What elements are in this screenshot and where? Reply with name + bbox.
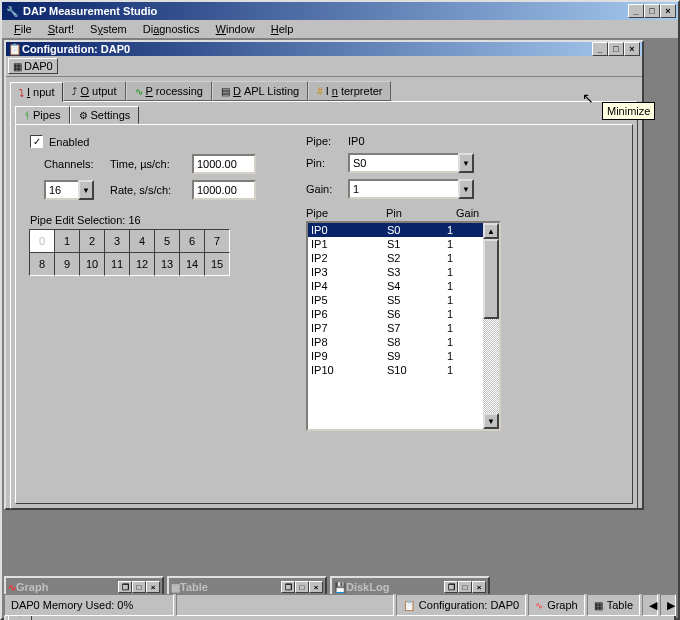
tab-dapl-listing[interactable]: ▤ DAPL Listing	[212, 81, 308, 101]
grid-cell-6[interactable]: 6	[179, 229, 205, 253]
status-table-label: Table	[607, 599, 633, 611]
app-icon: 🔧	[4, 3, 20, 19]
status-table-cell[interactable]: ▦ Table	[587, 594, 640, 616]
disklog-restore-button[interactable]: ❐	[444, 581, 458, 593]
menu-system[interactable]: System	[82, 21, 135, 37]
status-config-cell[interactable]: 📋 Configuration: DAP0	[396, 594, 526, 616]
graph-max-button[interactable]: □	[132, 581, 146, 593]
grid-cell-5[interactable]: 5	[154, 229, 180, 253]
enabled-checkbox[interactable]: ✓	[30, 135, 43, 148]
table-status-icon: ▦	[594, 600, 603, 611]
pipe-scrollbar[interactable]: ▲ ▼	[483, 223, 499, 429]
config-maximize-button[interactable]: □	[608, 42, 624, 56]
disklog-max-button[interactable]: □	[458, 581, 472, 593]
pipe-row-IP6[interactable]: IP6S61	[308, 307, 483, 321]
pipe-row-IP4[interactable]: IP4S41	[308, 279, 483, 293]
grid-cell-7[interactable]: 7	[204, 229, 230, 253]
config-title: Configuration: DAP0	[22, 43, 592, 55]
pipe-row-IP1[interactable]: IP1S11	[308, 237, 483, 251]
tab-processing[interactable]: ∿ Processing	[126, 81, 212, 101]
main-maximize-button[interactable]: □	[644, 4, 660, 18]
tab-output[interactable]: ⤴ Output	[63, 81, 125, 101]
grid-cell-8[interactable]: 8	[29, 252, 55, 276]
menu-window[interactable]: Window	[208, 21, 263, 37]
pipe-row-IP2[interactable]: IP2S21	[308, 251, 483, 265]
scroll-track[interactable]	[483, 239, 499, 413]
processing-icon: ∿	[135, 86, 143, 97]
subtab-pipes[interactable]: ᛩ Pipes	[15, 106, 70, 124]
main-close-button[interactable]: ×	[660, 4, 676, 18]
main-minimize-button[interactable]: _	[628, 4, 644, 18]
rate-label: Rate, s/s/ch:	[110, 184, 186, 196]
table-restore-button[interactable]: ❐	[281, 581, 295, 593]
tab-interpreter[interactable]: # Interpreter	[308, 81, 391, 101]
grid-cell-1[interactable]: 1	[54, 229, 80, 253]
grid-cell-2[interactable]: 2	[79, 229, 105, 253]
table-max-button[interactable]: □	[295, 581, 309, 593]
pipe-edit-selection-label: Pipe Edit Selection: 16	[30, 214, 290, 226]
pin-dropdown-button[interactable]: ▼	[458, 153, 474, 173]
pipe-row-IP3[interactable]: IP3S31	[308, 265, 483, 279]
pipe-row-IP5[interactable]: IP5S51	[308, 293, 483, 307]
menu-help[interactable]: Help	[263, 21, 302, 37]
channels-dropdown-button[interactable]: ▼	[78, 180, 94, 200]
pin-label: Pin:	[306, 157, 342, 169]
grid-cell-10[interactable]: 10	[79, 252, 105, 276]
subtab-settings[interactable]: ⚙ Settings	[70, 106, 140, 124]
main-titlebar: 🔧 DAP Measurement Studio _ □ ×	[2, 2, 678, 20]
pipe-edit-grid: 01234567 89101112131415	[30, 230, 290, 276]
config-minimize-button[interactable]: _	[592, 42, 608, 56]
time-field[interactable]	[192, 154, 256, 174]
table-icon: ▦	[171, 582, 180, 593]
config-close-button[interactable]: ×	[624, 42, 640, 56]
status-graph-cell[interactable]: ∿ Graph	[528, 594, 585, 616]
pipes-panel: ✓ Enabled Channels: Time, µs/ch: ▼	[15, 124, 633, 504]
table-title: Table	[180, 581, 281, 593]
scroll-down-button[interactable]: ▼	[483, 413, 499, 429]
menu-file[interactable]: File	[6, 21, 40, 37]
rate-field[interactable]	[192, 180, 256, 200]
status-scroll-right[interactable]: ▶	[660, 594, 676, 616]
pipe-row-IP8[interactable]: IP8S81	[308, 335, 483, 349]
pipe-row-IP9[interactable]: IP9S91	[308, 349, 483, 363]
graph-close-button[interactable]: ×	[146, 581, 160, 593]
channels-field[interactable]	[44, 180, 78, 200]
pin-field[interactable]	[348, 153, 458, 173]
pipe-row-IP7[interactable]: IP7S71	[308, 321, 483, 335]
menu-start[interactable]: Start!	[40, 21, 82, 37]
pipe-row-IP0[interactable]: IP0S01	[308, 223, 483, 237]
pipe-label: Pipe:	[306, 135, 342, 147]
dap0-toolbar-button[interactable]: ▦ DAP0	[8, 58, 58, 74]
gain-dropdown-button[interactable]: ▼	[458, 179, 474, 199]
config-titlebar: 📋 Configuration: DAP0 _ □ ×	[6, 42, 642, 56]
gain-field[interactable]	[348, 179, 458, 199]
gain-label: Gain:	[306, 183, 342, 195]
pipe-value: IP0	[348, 135, 365, 147]
grid-cell-4[interactable]: 4	[129, 229, 155, 253]
grid-cell-13[interactable]: 13	[154, 252, 180, 276]
grid-cell-9[interactable]: 9	[54, 252, 80, 276]
grid-cell-11[interactable]: 11	[104, 252, 130, 276]
disklog-close-button[interactable]: ×	[472, 581, 486, 593]
pipe-row-IP10[interactable]: IP10S101	[308, 363, 483, 377]
menu-diagnostics[interactable]: Diagnostics	[135, 21, 208, 37]
tab-panel: ᛩ Pipes ⚙ Settings ✓ Enabled Channels: T…	[10, 101, 638, 509]
tab-input[interactable]: ⤵ Input	[10, 82, 63, 102]
pipe-rows[interactable]: IP0S01IP1S11IP2S21IP3S31IP4S41IP5S51IP6S…	[308, 223, 483, 429]
grid-cell-3[interactable]: 3	[104, 229, 130, 253]
table-close-button[interactable]: ×	[309, 581, 323, 593]
channels-label: Channels:	[44, 158, 104, 170]
grid-cell-15[interactable]: 15	[204, 252, 230, 276]
status-scroll-left[interactable]: ◀	[642, 594, 658, 616]
graph-title: Graph	[16, 581, 118, 593]
status-graph-label: Graph	[547, 599, 578, 611]
grid-cell-14[interactable]: 14	[179, 252, 205, 276]
listing-icon: ▤	[221, 86, 230, 97]
graph-status-icon: ∿	[535, 600, 543, 611]
scroll-up-button[interactable]: ▲	[483, 223, 499, 239]
grid-cell-12[interactable]: 12	[129, 252, 155, 276]
grid-cell-0[interactable]: 0	[29, 229, 55, 253]
scroll-thumb[interactable]	[483, 239, 499, 319]
graph-restore-button[interactable]: ❐	[118, 581, 132, 593]
graph-icon: ∿	[8, 582, 16, 593]
